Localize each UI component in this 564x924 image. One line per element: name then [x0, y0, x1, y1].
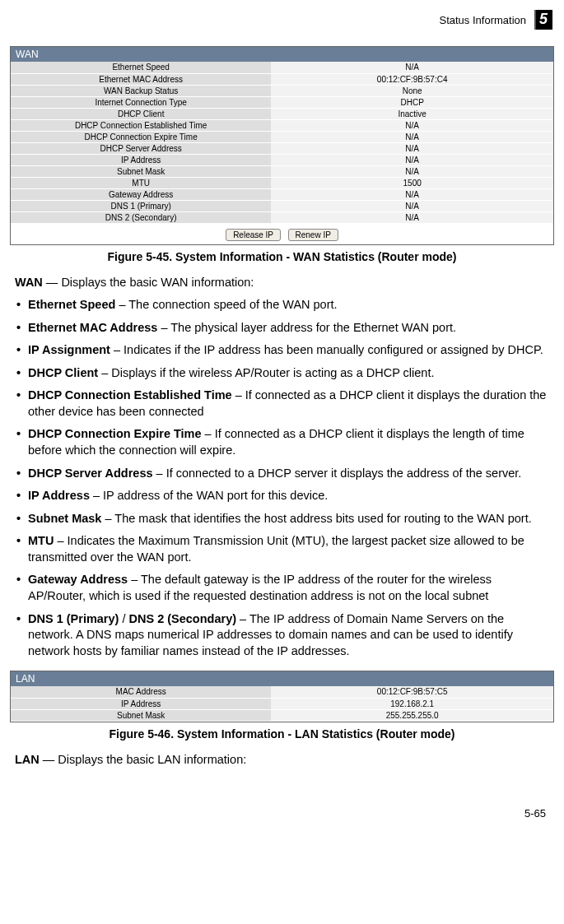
bullet-text: – IP address of the WAN port for this de…: [90, 489, 328, 502]
stat-value: N/A: [271, 142, 553, 154]
wan-stats-table: Ethernet SpeedN/AEthernet MAC Address00:…: [11, 62, 553, 224]
stat-key: Ethernet MAC Address: [11, 73, 271, 85]
list-item: IP Assignment – Indicates if the IP addr…: [15, 342, 549, 359]
list-item: DHCP Connection Established Time – If co…: [15, 388, 549, 420]
table-row: DNS 1 (Primary)N/A: [11, 200, 553, 211]
body-text: WAN — Displays the basic WAN information…: [0, 275, 564, 660]
table-row: Subnet MaskN/A: [11, 165, 553, 177]
stat-value: 255.255.255.0: [271, 709, 553, 721]
stat-key: DHCP Client: [11, 108, 271, 119]
stat-key: Subnet Mask: [11, 709, 271, 721]
stat-value: N/A: [271, 119, 553, 131]
table-row: DHCP Connection Expire TimeN/A: [11, 131, 553, 142]
stat-value: None: [271, 85, 553, 96]
stat-value: N/A: [271, 188, 553, 200]
table-row: DHCP Connection Established TimeN/A: [11, 119, 553, 131]
stat-value: N/A: [271, 131, 553, 142]
bullet-text: – Indicates the Maximum Transmission Uni…: [28, 534, 524, 564]
stat-key: Subnet Mask: [11, 165, 271, 177]
bullet-term: DNS 1 (Primary): [28, 612, 119, 625]
stat-value: N/A: [271, 211, 553, 223]
stat-value: Inactive: [271, 108, 553, 119]
bullet-term: IP Assignment: [28, 343, 110, 356]
table-row: DNS 2 (Secondary)N/A: [11, 211, 553, 223]
bullet-term: Ethernet MAC Address: [28, 321, 157, 334]
bullet-text: – If connected to a DHCP server it displ…: [153, 467, 522, 480]
bullet-text: – Indicates if the IP address has been m…: [110, 343, 543, 356]
bullet-term: Ethernet Speed: [28, 298, 115, 311]
stat-key: DNS 2 (Secondary): [11, 211, 271, 223]
list-item: Gateway Address – The default gateway is…: [15, 572, 549, 604]
wan-intro-rest: — Displays the basic WAN information:: [43, 276, 254, 289]
bullet-term: DHCP Server Address: [28, 467, 153, 480]
figure-caption-wan: Figure 5-45. System Information - WAN St…: [0, 250, 564, 263]
bullet-text: – The connection speed of the WAN port.: [115, 298, 337, 311]
figure-caption-lan: Figure 5-46. System Information - LAN St…: [0, 727, 564, 741]
lan-body-text: LAN — Displays the basic LAN information…: [0, 752, 564, 768]
list-item: Ethernet MAC Address – The physical laye…: [15, 320, 549, 337]
wan-panel: WAN Ethernet SpeedN/AEthernet MAC Addres…: [10, 46, 554, 245]
stat-key: Internet Connection Type: [11, 96, 271, 108]
bullet-text: – The mask that identifies the host addr…: [101, 512, 531, 525]
list-item: IP Address – IP address of the WAN port …: [15, 488, 549, 504]
lan-intro-rest: — Displays the basic LAN information:: [40, 753, 246, 766]
table-row: MTU1500: [11, 177, 553, 188]
stat-value: 00:12:CF:9B:57:C5: [271, 686, 553, 698]
wan-intro: WAN — Displays the basic WAN information…: [15, 275, 549, 291]
list-item: DHCP Connection Expire Time – If connect…: [15, 426, 549, 458]
table-row: Internet Connection TypeDHCP: [11, 96, 553, 108]
bullet-text: – The physical layer address for the Eth…: [157, 321, 456, 334]
stat-key: DHCP Server Address: [11, 142, 271, 154]
stat-value: 00:12:CF:9B:57:C4: [271, 73, 553, 85]
lan-intro-term: LAN: [15, 753, 40, 766]
page-footer: 5-65: [0, 774, 564, 829]
stat-key: DHCP Connection Expire Time: [11, 131, 271, 142]
stat-key: MTU: [11, 177, 271, 188]
lan-panel-title: LAN: [11, 671, 553, 686]
table-row: Gateway AddressN/A: [11, 188, 553, 200]
page-header: Status Information 5: [0, 0, 564, 35]
table-row: IP Address192.168.2.1: [11, 698, 553, 709]
list-item: MTU – Indicates the Maximum Transmission…: [15, 533, 549, 565]
table-row: DHCP Server AddressN/A: [11, 142, 553, 154]
stat-key: WAN Backup Status: [11, 85, 271, 96]
bullet-text: – Displays if the wireless AP/Router is …: [98, 366, 434, 379]
stat-value: N/A: [271, 62, 553, 73]
stat-key: DHCP Connection Established Time: [11, 119, 271, 131]
stat-value: DHCP: [271, 96, 553, 108]
lan-panel: LAN MAC Address00:12:CF:9B:57:C5IP Addre…: [10, 671, 554, 722]
stat-key: Gateway Address: [11, 188, 271, 200]
bullet-term: DHCP Connection Expire Time: [28, 427, 202, 440]
bullet-term: Gateway Address: [28, 573, 128, 586]
bullet-term: DNS 2 (Secondary): [129, 612, 237, 625]
list-item: Subnet Mask – The mask that identifies t…: [15, 511, 549, 527]
lan-stats-table: MAC Address00:12:CF:9B:57:C5IP Address19…: [11, 686, 553, 722]
stat-key: DNS 1 (Primary): [11, 200, 271, 211]
stat-value: N/A: [271, 154, 553, 165]
lan-intro: LAN — Displays the basic LAN information…: [15, 752, 549, 768]
wan-intro-term: WAN: [15, 276, 43, 289]
wan-panel-title: WAN: [11, 47, 553, 62]
bullet-term: IP Address: [28, 489, 90, 502]
stat-value: 1500: [271, 177, 553, 188]
list-item: DHCP Server Address – If connected to a …: [15, 466, 549, 482]
table-row: DHCP ClientInactive: [11, 108, 553, 119]
table-row: IP AddressN/A: [11, 154, 553, 165]
list-item: DHCP Client – Displays if the wireless A…: [15, 365, 549, 382]
stat-key: IP Address: [11, 154, 271, 165]
bullet-sep: /: [119, 612, 128, 625]
stat-key: IP Address: [11, 698, 271, 709]
wan-bullets: Ethernet Speed – The connection speed of…: [15, 297, 549, 659]
stat-key: MAC Address: [11, 686, 271, 698]
stat-value: N/A: [271, 165, 553, 177]
bullet-term: MTU: [28, 534, 54, 547]
stat-value: N/A: [271, 200, 553, 211]
renew-ip-button[interactable]: Renew IP: [288, 229, 338, 241]
list-item: Ethernet Speed – The connection speed of…: [15, 297, 549, 313]
chapter-badge: 5: [534, 10, 552, 30]
table-row: Ethernet SpeedN/A: [11, 62, 553, 73]
release-ip-button[interactable]: Release IP: [226, 229, 281, 241]
table-row: Ethernet MAC Address00:12:CF:9B:57:C4: [11, 73, 553, 85]
stat-value: 192.168.2.1: [271, 698, 553, 709]
table-row: WAN Backup StatusNone: [11, 85, 553, 96]
